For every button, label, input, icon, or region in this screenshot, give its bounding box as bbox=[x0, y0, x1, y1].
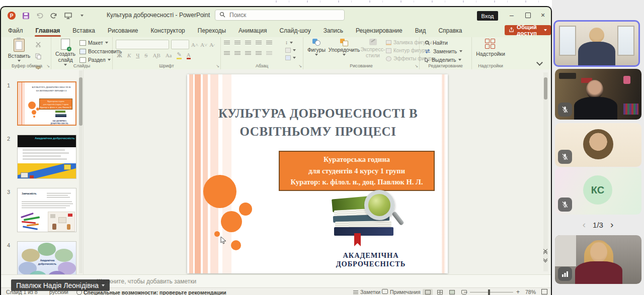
powerpoint-window: P Культура доброчесності - PowerPoint bbox=[0, 6, 552, 295]
search-input[interactable] bbox=[228, 11, 331, 19]
replace-button[interactable]: Заменить bbox=[425, 48, 462, 54]
slide-title[interactable]: Культура доброчесності в освітньому проц… bbox=[212, 105, 424, 141]
justify-icon[interactable] bbox=[256, 51, 262, 56]
zoom-slider-thumb[interactable] bbox=[488, 289, 490, 295]
main-scrollbar[interactable] bbox=[543, 72, 548, 271]
tab-draw[interactable]: Рисование bbox=[107, 25, 139, 36]
thumb2-bottom-image bbox=[18, 163, 76, 179]
text-direction-button[interactable]: ↕ bbox=[285, 40, 296, 45]
align-left-icon[interactable] bbox=[224, 51, 230, 56]
line-spacing-icon[interactable] bbox=[266, 41, 272, 45]
bold-button: Ж bbox=[117, 52, 122, 58]
speaker-tag-caret-icon bbox=[102, 284, 105, 286]
slide-sorter-view-button[interactable] bbox=[435, 289, 445, 295]
redo-icon[interactable] bbox=[49, 11, 58, 20]
tab-home[interactable]: Главная bbox=[35, 25, 61, 36]
align-center-icon[interactable] bbox=[234, 51, 240, 56]
thumbnail-scrollbar-thumb[interactable] bbox=[79, 77, 83, 126]
qat-customize-icon[interactable] bbox=[77, 11, 87, 20]
align-right-icon[interactable] bbox=[245, 51, 251, 56]
close-button[interactable]: × bbox=[536, 10, 549, 20]
tab-design[interactable]: Конструктор bbox=[149, 25, 186, 36]
comments-icon bbox=[382, 289, 388, 294]
tab-record[interactable]: Запись bbox=[323, 25, 344, 36]
slide-thumbnail-3[interactable]: Завчасність bbox=[17, 188, 76, 232]
orange-circle-small2 bbox=[231, 240, 241, 250]
smartart-button[interactable] bbox=[285, 55, 296, 60]
select-button[interactable]: Выделить bbox=[425, 57, 462, 63]
shapes-button[interactable]: Фигуры bbox=[306, 39, 327, 56]
bullets-icon[interactable] bbox=[224, 41, 230, 45]
video-tile-4[interactable]: КС bbox=[555, 167, 641, 215]
numbering-icon[interactable] bbox=[234, 41, 240, 45]
increase-indent-icon[interactable] bbox=[256, 41, 262, 45]
slideshow-icon[interactable] bbox=[63, 11, 72, 20]
tab-help[interactable]: Справка bbox=[437, 25, 463, 36]
quick-styles-label: Экспресс-стили bbox=[361, 46, 385, 58]
reading-view-button[interactable] bbox=[447, 289, 457, 295]
next-slide-button[interactable] bbox=[544, 259, 547, 264]
zoom-slider-track[interactable] bbox=[470, 292, 513, 292]
tab-file[interactable]: Файл bbox=[7, 25, 24, 36]
slide-thumbnail-2[interactable]: Академічна доброчесність bbox=[17, 135, 76, 179]
minimize-button[interactable]: – bbox=[505, 10, 518, 20]
pagination-next-icon[interactable]: › bbox=[610, 219, 613, 230]
drawing-dialog-launcher[interactable]: ↘ bbox=[415, 64, 418, 68]
tile1-window-right bbox=[617, 26, 634, 56]
tab-insert[interactable]: Вставка bbox=[71, 25, 96, 36]
slide-caption[interactable]: АКАДЕМІЧНА ДОБРОЧЕСНІСТЬ bbox=[308, 251, 434, 268]
screen: P Культура доброчесності - PowerPoint bbox=[0, 0, 644, 295]
search-box[interactable] bbox=[215, 10, 345, 21]
notes-placeholder[interactable]: Щелкните, чтобы добавить заметки bbox=[97, 278, 196, 285]
columns-icon bbox=[266, 51, 272, 56]
tab-view[interactable]: Вид bbox=[414, 25, 427, 36]
maximize-button[interactable] bbox=[521, 10, 534, 20]
video-tile-2[interactable] bbox=[555, 69, 641, 120]
collapse-ribbon-icon[interactable] bbox=[536, 59, 543, 66]
share-button-label: Общий доступ bbox=[517, 24, 541, 36]
tab-animations[interactable]: Анимация bbox=[237, 25, 268, 36]
zoom-in-button[interactable]: + bbox=[516, 288, 520, 295]
arrange-button[interactable]: Упорядочить bbox=[329, 39, 360, 56]
slide-canvas[interactable]: Культура доброчесності в освітньому проц… bbox=[187, 74, 448, 273]
tab-transitions[interactable]: Переходы bbox=[197, 25, 227, 36]
thumbnail-scrollbar[interactable] bbox=[79, 70, 83, 273]
sign-in-button[interactable]: Вход bbox=[477, 11, 498, 21]
save-icon[interactable] bbox=[21, 11, 30, 20]
slide-info-box[interactable]: Кураторська година для студентів 4 курсу… bbox=[279, 151, 435, 191]
zoom-out-button[interactable]: – bbox=[464, 288, 467, 295]
clipboard-dialog-launcher[interactable]: ↘ bbox=[46, 64, 50, 68]
italic-button: К bbox=[127, 52, 131, 58]
shapes-icon bbox=[312, 39, 320, 46]
normal-view-button[interactable] bbox=[423, 289, 433, 295]
share-button[interactable]: Общий доступ bbox=[505, 25, 551, 35]
main-scrollbar-thumb[interactable] bbox=[544, 77, 547, 100]
video-tile-5[interactable] bbox=[555, 235, 641, 284]
font-dialog-launcher[interactable]: ↘ bbox=[216, 64, 219, 68]
slide-thumbnail-1[interactable]: Культура доброчесності в освітньому проц… bbox=[17, 81, 76, 126]
new-slide-button[interactable]: + Создать слайд bbox=[53, 39, 77, 66]
tab-slideshow[interactable]: Слайд-шоу bbox=[278, 25, 311, 36]
title-bar: P Культура доброчесності - PowerPoint bbox=[1, 7, 551, 24]
thumbnail-number-3: 3 bbox=[7, 189, 10, 195]
tab-review[interactable]: Рецензирование bbox=[355, 25, 404, 36]
decrease-indent-icon[interactable] bbox=[245, 41, 251, 45]
magnifying-glass-icon bbox=[364, 190, 394, 220]
addins-button[interactable]: Надстройки bbox=[477, 39, 504, 57]
fit-to-window-icon[interactable] bbox=[541, 289, 547, 295]
video-tile-1-active-speaker[interactable] bbox=[553, 20, 640, 67]
notes-toggle[interactable]: Заметки bbox=[353, 289, 380, 295]
paste-button[interactable]: Вставить bbox=[6, 39, 32, 62]
find-button[interactable]: Найти bbox=[425, 40, 462, 46]
participants-pagination: ‹ 1/3 › bbox=[552, 217, 644, 232]
align-text-button[interactable] bbox=[285, 48, 296, 53]
zoom-level[interactable]: 78% bbox=[525, 289, 536, 295]
character-spacing-icon: А͍В bbox=[152, 52, 160, 58]
paragraph-dialog-launcher[interactable]: ↘ bbox=[298, 64, 302, 68]
comments-toggle[interactable]: Примечания bbox=[382, 289, 421, 295]
slides-group-label: Слайды bbox=[51, 63, 112, 68]
info-line-3: Куратор: к. філол. н., доц. Павлюк Н. Л. bbox=[280, 176, 434, 187]
video-tile-3[interactable] bbox=[555, 123, 641, 167]
slide-nav-cluster bbox=[541, 249, 549, 264]
section-label: Раздел bbox=[88, 57, 106, 63]
